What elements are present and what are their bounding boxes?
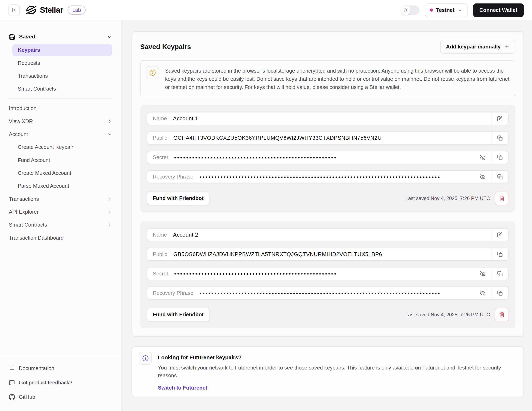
name-field[interactable]: Name Account 2 bbox=[147, 229, 491, 241]
trash-icon bbox=[499, 196, 504, 201]
futurenet-info-panel: Looking for Futurenet keypairs? You must… bbox=[132, 346, 524, 397]
sidebar-item-account[interactable]: Account bbox=[9, 128, 112, 141]
collapse-sidebar-button[interactable] bbox=[8, 4, 20, 16]
sidebar-item-label: Create Muxed Account bbox=[18, 170, 71, 176]
info-icon bbox=[142, 355, 149, 362]
warning-info-chip bbox=[146, 66, 159, 79]
futurenet-body: You must switch your network to Futurene… bbox=[158, 364, 503, 379]
public-key-value: GCHA4HT3VODKCXZU5OK36YRPLUMQV6WI2JWHY33C… bbox=[173, 135, 382, 141]
connect-wallet-button[interactable]: Connect Wallet bbox=[473, 3, 524, 17]
secret-key-field: Secret •••••••••••••••••••••••••••••••••… bbox=[147, 267, 491, 280]
sidebar-item-label: Transactions bbox=[9, 196, 39, 202]
chevron-right-icon bbox=[107, 210, 112, 214]
feedback-bubble-icon bbox=[9, 380, 15, 386]
page-title: Saved Keypairs bbox=[140, 43, 191, 50]
toggle-recovery-visibility-button[interactable] bbox=[479, 290, 486, 296]
localstorage-warning: Saved keypairs are stored in the browser… bbox=[140, 60, 515, 97]
name-value: Account 2 bbox=[173, 232, 198, 238]
sidebar-item-create-muxed-account[interactable]: Create Muxed Account bbox=[9, 167, 112, 179]
secret-key-masked-value: ••••••••••••••••••••••••••••••••••••••••… bbox=[174, 271, 337, 276]
copy-public-key-button[interactable] bbox=[491, 248, 508, 260]
name-label: Name bbox=[153, 115, 167, 122]
add-keypair-button[interactable]: Add keypair manually bbox=[440, 40, 515, 54]
sidebar-item-view-xdr[interactable]: View XDR bbox=[9, 115, 112, 128]
name-field-row: Name Account 2 bbox=[147, 228, 508, 241]
sidebar-item-requests[interactable]: Requests bbox=[9, 57, 112, 70]
sidebar-item-introduction[interactable]: Introduction bbox=[9, 102, 112, 115]
copy-public-key-button[interactable] bbox=[491, 132, 508, 144]
sidebar-section-label: Saved bbox=[19, 34, 35, 40]
secret-label: Secret bbox=[153, 154, 168, 160]
secret-key-field: Secret •••••••••••••••••••••••••••••••••… bbox=[147, 151, 491, 164]
eye-off-icon bbox=[480, 174, 485, 180]
name-field[interactable]: Name Account 1 bbox=[147, 112, 491, 125]
fund-with-friendbot-button[interactable]: Fund with Friendbot bbox=[147, 308, 209, 321]
sidebar-link-documentation[interactable]: Documentation bbox=[9, 361, 112, 376]
sidebar-link-label: GitHub bbox=[19, 394, 35, 400]
copy-icon bbox=[497, 135, 503, 141]
sidebar-item-label: Introduction bbox=[9, 105, 37, 112]
secret-label: Secret bbox=[153, 271, 168, 277]
sidebar-item-parse-muxed-account[interactable]: Parse Muxed Account bbox=[9, 179, 112, 192]
eye-off-icon bbox=[480, 155, 485, 160]
toggle-secret-visibility-button[interactable] bbox=[479, 155, 486, 160]
copy-secret-key-button[interactable] bbox=[491, 151, 508, 164]
theme-toggle-thumb bbox=[401, 5, 410, 15]
switch-to-futurenet-link[interactable]: Switch to Futurenet bbox=[158, 385, 207, 391]
copy-icon bbox=[497, 174, 503, 180]
delete-keypair-button[interactable] bbox=[495, 192, 508, 205]
panel-header: Saved Keypairs Add keypair manually bbox=[140, 40, 515, 54]
sidebar-item-transactions[interactable]: Transactions bbox=[9, 193, 112, 206]
recovery-phrase-row: Recovery Phrase ••••••••••••••••••••••••… bbox=[147, 170, 508, 183]
theme-toggle[interactable] bbox=[401, 5, 419, 15]
sidebar-divider bbox=[9, 99, 112, 99]
saved-keypairs-panel: Saved Keypairs Add keypair manually Save… bbox=[132, 31, 524, 336]
warning-text: Saved keypairs are stored in the browser… bbox=[165, 67, 510, 91]
add-keypair-label: Add keypair manually bbox=[446, 44, 501, 50]
public-key-field: Public GB5OS6DWHZAJDVHKPPBWZTLA5TNRXTQJG… bbox=[147, 248, 491, 260]
stellar-lab-app: Stellar Lab Testnet Connect Wallet Saved bbox=[0, 0, 532, 411]
sidebar-item-label: View XDR bbox=[9, 118, 33, 124]
sidebar-link-github[interactable]: GitHub bbox=[9, 390, 112, 404]
keypair-card-account-2: Name Account 2 Public GB5OS6DWHZAJDVHKPP… bbox=[140, 222, 515, 328]
sidebar-item-fund-account[interactable]: Fund Account bbox=[9, 154, 112, 167]
toggle-recovery-visibility-button[interactable] bbox=[479, 174, 486, 180]
name-value: Account 1 bbox=[173, 115, 198, 122]
sidebar-item-keypairs[interactable]: Keypairs bbox=[12, 44, 112, 56]
copy-icon bbox=[497, 155, 503, 160]
recovery-phrase-masked-value: ••••••••••••••••••••••••••••••••••••••••… bbox=[200, 290, 441, 296]
main-content: Saved Keypairs Add keypair manually Save… bbox=[121, 20, 532, 411]
sidebar-item-create-account-keypair[interactable]: Create Account Keypair bbox=[9, 141, 112, 154]
edit-name-button[interactable] bbox=[491, 229, 508, 241]
recovery-phrase-label: Recovery Phrase bbox=[153, 290, 193, 296]
edit-icon bbox=[497, 232, 503, 238]
sun-icon bbox=[403, 8, 408, 13]
name-field-row: Name Account 1 bbox=[147, 112, 508, 125]
fund-with-friendbot-button[interactable]: Fund with Friendbot bbox=[147, 192, 209, 205]
last-saved-timestamp: Last saved Nov 4, 2025, 7:26 PM UTC bbox=[405, 196, 490, 201]
eye-off-icon bbox=[480, 290, 485, 296]
chevron-down-icon bbox=[457, 8, 462, 12]
sidebar-item-saved-transactions[interactable]: Transactions bbox=[9, 70, 112, 82]
sidebar-item-label: Smart Contracts bbox=[18, 86, 56, 92]
copy-secret-key-button[interactable] bbox=[491, 267, 508, 280]
edit-name-button[interactable] bbox=[491, 112, 508, 125]
toggle-secret-visibility-button[interactable] bbox=[479, 271, 486, 276]
sidebar-item-saved-smart-contracts[interactable]: Smart Contracts bbox=[9, 82, 112, 95]
plus-icon bbox=[504, 44, 510, 49]
sidebar-item-label: API Explorer bbox=[9, 209, 38, 215]
chevron-right-icon bbox=[107, 223, 112, 227]
sidebar-item-api-explorer[interactable]: API Explorer bbox=[9, 206, 112, 218]
sidebar-item-label: Keypairs bbox=[18, 47, 40, 53]
sidebar-section-saved[interactable]: Saved bbox=[9, 30, 112, 44]
sidebar-item-smart-contracts[interactable]: Smart Contracts bbox=[9, 218, 112, 231]
sidebar-item-transaction-dashboard[interactable]: Transaction Dashboard bbox=[9, 232, 112, 244]
copy-recovery-phrase-button[interactable] bbox=[491, 171, 508, 183]
sidebar-link-feedback[interactable]: Got product feedback? bbox=[9, 376, 112, 390]
delete-keypair-button[interactable] bbox=[495, 308, 508, 321]
copy-recovery-phrase-button[interactable] bbox=[491, 287, 508, 299]
recovery-phrase-field: Recovery Phrase ••••••••••••••••••••••••… bbox=[147, 171, 491, 183]
network-select[interactable]: Testnet bbox=[425, 3, 467, 17]
public-label: Public bbox=[153, 251, 167, 257]
network-select-label: Testnet bbox=[436, 7, 455, 13]
